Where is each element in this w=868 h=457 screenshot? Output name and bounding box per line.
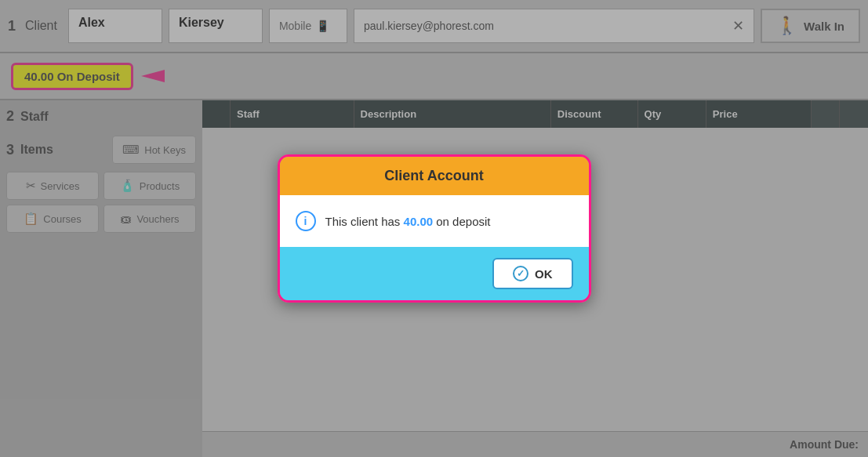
modal-title: Client Account [280, 157, 589, 195]
info-icon: i [296, 211, 316, 231]
modal-overlay: Client Account i This client has 40.00 o… [0, 0, 868, 457]
modal-message: This client has 40.00 on deposit [325, 215, 491, 228]
ok-button[interactable]: ✓ OK [492, 258, 573, 289]
modal-footer: ✓ OK [280, 247, 589, 300]
modal-content: i This client has 40.00 on deposit [280, 195, 589, 247]
modal-box: Client Account i This client has 40.00 o… [278, 154, 591, 303]
modal-amount: 40.00 [404, 215, 434, 228]
ok-check-icon: ✓ [513, 266, 528, 281]
